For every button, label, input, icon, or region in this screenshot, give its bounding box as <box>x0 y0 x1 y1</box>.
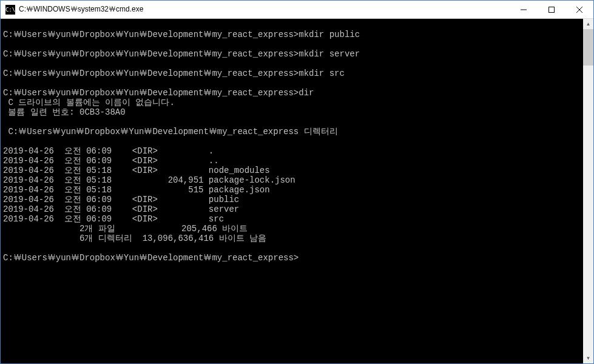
terminal-wrapper: C:￦Users￦yun￦Dropbox￦Yun￦Development￦my_… <box>1 19 593 363</box>
terminal-line: C 드라이브의 볼륨에는 이름이 없습니다. <box>3 98 581 107</box>
window-titlebar[interactable]: C:\ C:￦WINDOWS￦system32￦cmd.exe <box>1 1 593 19</box>
cmd-icon: C:\ <box>5 5 15 15</box>
terminal-line <box>3 243 581 253</box>
terminal-line: 2019-04-26 오전 06:09 <DIR> . <box>3 146 581 156</box>
scrollbar-down-arrow[interactable]: ▼ <box>583 353 593 363</box>
terminal-line: 6개 디렉터리 13,096,636,416 바이트 남음 <box>3 234 581 243</box>
terminal-line: 2019-04-26 오전 06:09 <DIR> .. <box>3 156 581 166</box>
terminal-line <box>3 117 581 127</box>
minimize-button[interactable] <box>510 1 538 18</box>
scrollbar-track[interactable] <box>583 29 593 353</box>
terminal-line: 2019-04-26 오전 05:18 515 package.json <box>3 185 581 195</box>
terminal-line: C:￦Users￦yun￦Dropbox￦Yun￦Development￦my_… <box>3 49 581 59</box>
scrollbar-thumb[interactable] <box>583 29 593 66</box>
svg-rect-1 <box>549 7 555 12</box>
terminal-line: 2019-04-26 오전 05:18 <DIR> node_modules <box>3 166 581 175</box>
vertical-scrollbar[interactable]: ▲ ▼ <box>583 19 593 363</box>
terminal-line <box>3 136 581 146</box>
window-title: C:￦WINDOWS￦system32￦cmd.exe <box>19 4 510 15</box>
terminal-output[interactable]: C:￦Users￦yun￦Dropbox￦Yun￦Development￦my_… <box>1 19 583 363</box>
terminal-line <box>3 20 581 30</box>
close-button[interactable] <box>565 1 593 18</box>
terminal-line: C:￦Users￦yun￦Dropbox￦Yun￦Development￦my_… <box>3 88 581 98</box>
terminal-line: 2019-04-26 오전 06:09 <DIR> src <box>3 214 581 224</box>
terminal-line <box>3 59 581 69</box>
maximize-button[interactable] <box>538 1 565 18</box>
terminal-line: 2개 파일 205,466 바이트 <box>3 224 581 234</box>
terminal-line: C:￦Users￦yun￦Dropbox￦Yun￦Development￦my_… <box>3 127 581 136</box>
terminal-line: 2019-04-26 오전 06:09 <DIR> public <box>3 195 581 204</box>
terminal-line: 2019-04-26 오전 06:09 <DIR> server <box>3 204 581 214</box>
terminal-line <box>3 39 581 49</box>
terminal-line: 2019-04-26 오전 05:18 204,951 package-lock… <box>3 175 581 185</box>
scrollbar-up-arrow[interactable]: ▲ <box>583 19 593 29</box>
terminal-line: C:￦Users￦yun￦Dropbox￦Yun￦Development￦my_… <box>3 69 581 78</box>
terminal-line <box>3 78 581 88</box>
terminal-line: 볼륨 일련 번호: 0CB3-38A0 <box>3 107 581 117</box>
terminal-line: C:￦Users￦yun￦Dropbox￦Yun￦Development￦my_… <box>3 30 581 39</box>
terminal-line: C:￦Users￦yun￦Dropbox￦Yun￦Development￦my_… <box>3 253 581 263</box>
window-controls <box>510 1 593 18</box>
